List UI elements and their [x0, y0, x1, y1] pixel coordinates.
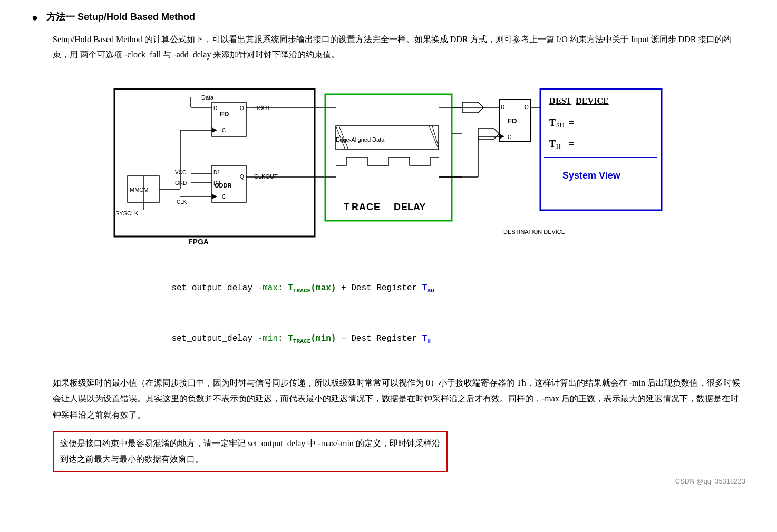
svg-text:=: =	[569, 139, 574, 149]
code-tsu: TSU	[422, 283, 434, 293]
code-th: TH	[422, 334, 431, 343]
svg-text:=: =	[569, 117, 574, 128]
svg-marker-52	[478, 129, 499, 139]
svg-text:Q: Q	[240, 105, 244, 111]
svg-text:System View: System View	[562, 170, 621, 181]
svg-text:DOUT: DOUT	[254, 105, 270, 111]
diagram-svg: FPGA SYSCLK MMCM FD D Q C Data DOUT	[99, 73, 678, 252]
code-line-1: set_output_delay -max: TTRACE(max) + Des…	[151, 263, 626, 314]
svg-marker-10	[212, 127, 217, 133]
svg-text:SYSCLK: SYSCLK	[115, 210, 139, 216]
svg-text:D: D	[549, 96, 556, 105]
diagram-area: FPGA SYSCLK MMCM FD D Q C Data DOUT	[99, 73, 678, 252]
svg-text:Q: Q	[240, 174, 244, 180]
intro-paragraph: Setup/Hold Based Method 的计算公式如下，可以看出其跟系统…	[53, 32, 745, 63]
svg-text:T: T	[344, 202, 350, 212]
code-block: set_output_delay -max: TTRACE(max) + Des…	[151, 263, 626, 364]
code-colon-2: :	[278, 334, 288, 343]
svg-text:C: C	[222, 127, 226, 133]
svg-text:EST: EST	[556, 96, 572, 105]
svg-text:RACE: RACE	[352, 202, 381, 212]
code-t-trace-max: TTRACE(max)	[288, 283, 336, 293]
svg-line-43	[429, 126, 439, 150]
highlight-box: 这便是接口约束中最容易混淆的地方，请一定牢记 set_output_delay …	[53, 431, 448, 472]
svg-marker-23	[212, 194, 217, 199]
svg-rect-0	[114, 89, 315, 237]
svg-text:D: D	[394, 202, 401, 212]
code-set-output-delay-1: set_output_delay	[171, 283, 257, 293]
highlight-text-1: 这便是接口约束中最容易混淆的地方，请一定牢记 set_output_delay …	[60, 439, 440, 448]
svg-marker-63	[499, 134, 504, 139]
code-set-output-delay-2: set_output_delay	[171, 334, 257, 343]
svg-text:C: C	[222, 194, 226, 200]
svg-text:ELAY: ELAY	[401, 202, 425, 212]
highlight-section: 这便是接口约束中最容易混淆的地方，请一定牢记 set_output_delay …	[53, 431, 745, 472]
svg-text:D1: D1	[213, 170, 220, 175]
svg-text:H: H	[556, 143, 561, 150]
code-minus: − Dest Register	[336, 334, 422, 343]
svg-text:C: C	[508, 134, 511, 140]
bullet-point: ●	[32, 12, 38, 24]
code-colon-1: :	[278, 283, 288, 293]
svg-text:SU: SU	[556, 122, 565, 129]
code-t-trace-min: TTRACE(min)	[288, 334, 336, 343]
svg-text:Edge-Aligned Data: Edge-Aligned Data	[336, 136, 385, 143]
code-min-flag: -min	[258, 334, 278, 343]
highlight-text-2: 到达之前最大与最小的数据有效窗口。	[60, 455, 203, 464]
svg-text:T: T	[549, 139, 556, 149]
svg-text:Q: Q	[525, 104, 529, 110]
svg-text:DESTINATION DEVICE: DESTINATION DEVICE	[503, 229, 565, 235]
code-line-2: set_output_delay -min: TTRACE(min) − Des…	[151, 313, 626, 364]
svg-text:D: D	[501, 104, 504, 110]
svg-text:FD: FD	[220, 110, 229, 118]
section-title: 方法一 Setup/Hold Based Method	[46, 11, 195, 23]
svg-text:FD: FD	[508, 117, 517, 125]
section-header: ● 方法一 Setup/Hold Based Method	[32, 11, 745, 24]
watermark: CSDN @qq_35318223	[32, 477, 745, 485]
svg-text:GND: GND	[175, 180, 187, 186]
svg-text:MMCM: MMCM	[130, 186, 148, 193]
svg-text:D2: D2	[213, 180, 220, 186]
svg-text:Data: Data	[201, 94, 214, 101]
svg-text:D: D	[213, 105, 217, 111]
svg-text:FPGA: FPGA	[188, 238, 209, 246]
code-max-flag: -max	[258, 283, 278, 293]
svg-text:EVICE: EVICE	[582, 96, 609, 105]
svg-text:CLKOUT: CLKOUT	[254, 173, 278, 180]
body-paragraph-1: 如果板级延时的最小值（在源同步接口中，因为时钟与信号同步传递，所以板级延时常常可…	[53, 375, 745, 423]
code-plus: + Dest Register	[336, 283, 422, 293]
svg-text:D: D	[576, 96, 582, 105]
svg-text:T: T	[549, 117, 556, 128]
svg-text:CLK: CLK	[177, 199, 187, 205]
